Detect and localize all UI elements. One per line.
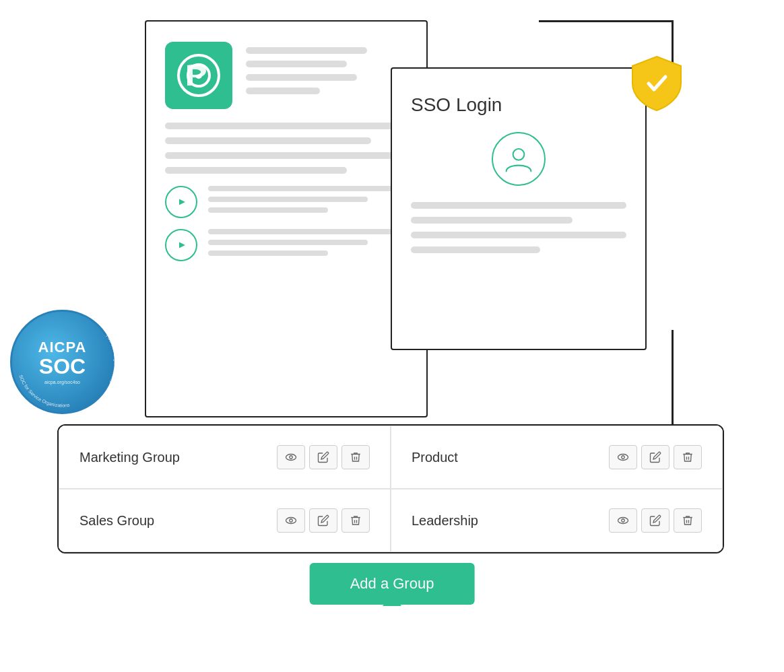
svg-point-5 xyxy=(513,149,525,160)
sso-login-card: SSO Login xyxy=(391,67,647,350)
app-logo xyxy=(165,42,232,109)
groups-container: Marketing Group xyxy=(57,424,724,553)
svg-point-14 xyxy=(618,518,628,524)
group-actions-sales xyxy=(277,508,370,533)
sso-body-lines xyxy=(411,202,626,253)
svg-point-12 xyxy=(286,518,296,524)
delete-product-button[interactable] xyxy=(674,445,702,469)
group-name-marketing: Marketing Group xyxy=(79,450,180,465)
edit-product-button[interactable] xyxy=(641,445,669,469)
main-scene: SSO Login AICPA SOC aicpa.org/soc4so xyxy=(0,0,784,672)
view-sales-button[interactable] xyxy=(277,508,305,533)
svg-point-11 xyxy=(622,456,625,459)
groups-grid: Marketing Group xyxy=(57,424,724,553)
svg-point-8 xyxy=(286,455,296,461)
group-actions-product xyxy=(609,445,702,469)
view-product-button[interactable] xyxy=(609,445,637,469)
edit-sales-button[interactable] xyxy=(309,508,337,533)
group-cell-product: Product xyxy=(391,426,723,489)
svg-marker-3 xyxy=(179,199,185,205)
group-cell-leadership: Leadership xyxy=(391,489,723,552)
play-button-1[interactable] xyxy=(165,186,197,218)
sso-title: SSO Login xyxy=(411,94,626,116)
video-row-1 xyxy=(165,186,407,218)
add-group-button[interactable]: Add a Group xyxy=(310,563,475,605)
group-actions-leadership xyxy=(609,508,702,533)
doc-header-lines xyxy=(246,47,381,101)
document-card xyxy=(145,20,428,417)
view-marketing-button[interactable] xyxy=(277,445,305,469)
doc-body-lines xyxy=(165,123,407,174)
svg-point-13 xyxy=(290,519,293,523)
aicpa-url: aicpa.org/soc4so xyxy=(38,380,87,384)
aicpa-text: AICPA xyxy=(38,339,87,356)
group-name-sales: Sales Group xyxy=(79,513,154,529)
play-button-2[interactable] xyxy=(165,229,197,261)
user-avatar-icon xyxy=(492,132,546,186)
delete-marketing-button[interactable] xyxy=(341,445,370,469)
delete-sales-button[interactable] xyxy=(341,508,370,533)
svg-point-9 xyxy=(290,456,293,459)
edit-leadership-button[interactable] xyxy=(641,508,669,533)
soc-text: SOC xyxy=(38,356,87,377)
group-actions-marketing xyxy=(277,445,370,469)
svg-marker-4 xyxy=(179,242,185,248)
svg-point-15 xyxy=(622,519,625,523)
delete-leadership-button[interactable] xyxy=(674,508,702,533)
group-cell-marketing: Marketing Group xyxy=(59,426,391,489)
security-shield-badge xyxy=(630,54,684,116)
group-cell-sales: Sales Group xyxy=(59,489,391,552)
doc-video-section xyxy=(165,186,407,261)
aicpa-soc-badge: AICPA SOC aicpa.org/soc4so xyxy=(10,310,115,414)
edit-marketing-button[interactable] xyxy=(309,445,337,469)
svg-point-10 xyxy=(618,455,628,461)
video-row-2 xyxy=(165,229,407,261)
group-name-product: Product xyxy=(412,450,458,465)
view-leadership-button[interactable] xyxy=(609,508,637,533)
group-name-leadership: Leadership xyxy=(412,513,478,529)
